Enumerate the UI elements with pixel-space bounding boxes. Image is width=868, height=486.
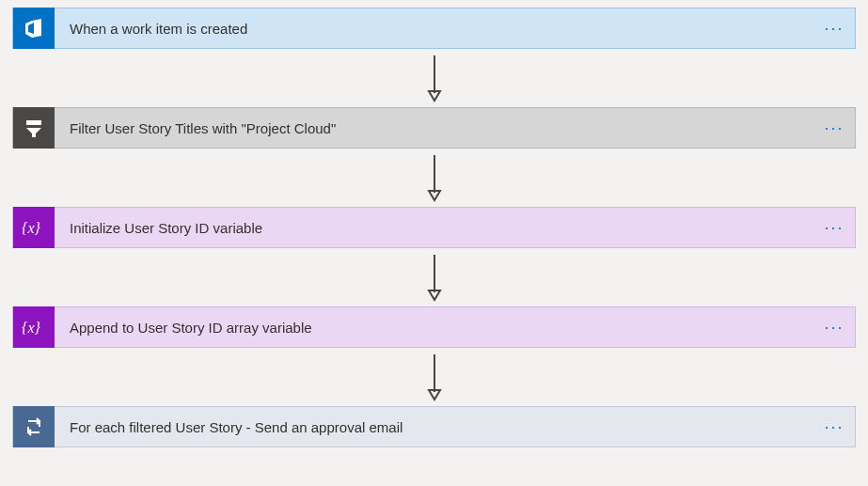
flow-step-filter[interactable]: Filter User Story Titles with "Project C… [12,107,856,149]
filter-array-icon [13,107,55,149]
more-menu-icon[interactable]: ··· [813,19,855,39]
variable-icon: {x} [13,306,55,348]
loop-icon [13,406,55,447]
more-menu-icon[interactable]: ··· [813,417,855,437]
svg-text:{x}: {x} [22,320,41,336]
flow-step-foreach[interactable]: For each filtered User Story - Send an a… [12,406,856,447]
flow-arrow [425,248,444,306]
step-title: When a work item is created [55,21,813,37]
svg-text:{x}: {x} [22,220,41,236]
variable-icon: {x} [13,207,55,248]
step-title: For each filtered User Story - Send an a… [55,419,813,435]
flow-arrow [425,49,444,107]
azure-devops-icon [13,8,55,49]
flow-arrow [425,348,444,406]
more-menu-icon[interactable]: ··· [813,118,855,138]
flow-arrow [425,149,444,207]
more-menu-icon[interactable]: ··· [813,318,855,337]
step-title: Filter User Story Titles with "Project C… [55,120,813,136]
flow-step-append-variable[interactable]: {x} Append to User Story ID array variab… [12,306,856,348]
more-menu-icon[interactable]: ··· [813,218,855,238]
step-title: Initialize User Story ID variable [55,220,813,236]
step-title: Append to User Story ID array variable [55,320,813,336]
flow-step-trigger[interactable]: When a work item is created ··· [12,8,856,49]
flow-step-init-variable[interactable]: {x} Initialize User Story ID variable ··… [12,207,856,248]
svg-rect-1 [26,120,41,125]
